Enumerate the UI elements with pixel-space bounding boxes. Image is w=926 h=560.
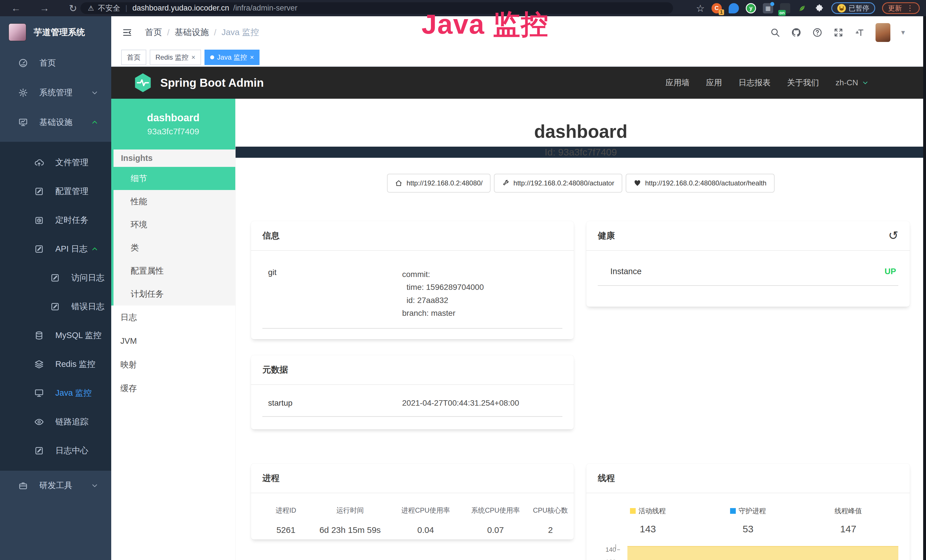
sidebar-item-home[interactable]: 首页	[0, 48, 111, 78]
breadcrumb-infra[interactable]: 基础设施	[174, 27, 209, 38]
sba-menu-classes[interactable]: 类	[113, 236, 235, 259]
sba-nav-wallboard[interactable]: 应用墙	[666, 77, 690, 88]
table-row: startup 2021-04-27T00:44:31.254+08:00	[262, 395, 562, 417]
app-logo	[9, 23, 26, 41]
health-url-button[interactable]: http://192.168.0.2:48080/actuator/health	[626, 174, 775, 192]
sidebar-item-label: MySQL 监控	[55, 330, 101, 341]
sba-menu-mappings[interactable]: 映射	[111, 353, 235, 377]
sidebar-item-error-log[interactable]: 错误日志	[0, 292, 111, 321]
font-size-icon[interactable]	[855, 27, 865, 38]
sidebar-item-label: 基础设施	[39, 117, 73, 128]
address-bar[interactable]: ⚠ 不安全 | dashboard.yudao.iocoder.cn/infra…	[80, 2, 673, 14]
extension-y-icon[interactable]: y	[746, 3, 756, 14]
sba-menu-configprops[interactable]: 配置属性	[113, 259, 235, 282]
sba-main: dashboard Id: 93a3fc7f7409 http://192.16…	[236, 99, 926, 560]
tab-redis-monitor[interactable]: Redis 监控 ×	[150, 50, 201, 65]
sba-menu-metrics[interactable]: 性能	[113, 190, 235, 213]
extension-colorzilla-icon[interactable]: C1	[711, 3, 722, 14]
sidebar-item-label: 研发工具	[39, 480, 73, 491]
metadata-card-title: 元数据	[262, 364, 288, 376]
user-menu-caret-icon[interactable]: ▾	[901, 28, 905, 37]
back-icon[interactable]: ←	[8, 3, 24, 14]
table-row: git commit: time: 1596289704000 id: 27aa…	[262, 261, 562, 328]
update-button[interactable]: 更新 ⋮	[882, 2, 920, 14]
health-card-body: Instance UP	[586, 251, 910, 296]
sidebar-item-file-manage[interactable]: 文件管理	[0, 148, 111, 177]
window-scrollbar[interactable]	[923, 16, 926, 560]
sidebar-item-log-center[interactable]: 日志中心	[0, 436, 111, 465]
sba-menu-logfile[interactable]: 日志	[111, 306, 235, 329]
threads-card: 线程 活动线程 守护进程 线程峰值 143 53 147 140 120 100	[586, 463, 910, 560]
sidebar-item-tracing[interactable]: 链路追踪	[0, 407, 111, 436]
sba-menu-scheduled-tasks[interactable]: 计划任务	[113, 282, 235, 306]
sba-menu-caches[interactable]: 缓存	[111, 377, 235, 400]
sidebar-item-api-log[interactable]: API 日志	[0, 235, 111, 263]
live-threads-area	[627, 546, 898, 560]
extensions-puzzle-icon[interactable]	[814, 3, 825, 14]
process-uptime: 6d 23h 15m 59s	[309, 525, 391, 535]
reload-icon[interactable]: ↻	[65, 3, 81, 14]
extension-pin-icon[interactable]	[729, 3, 739, 14]
sidebar-item-scheduled-jobs[interactable]: 定时任务	[0, 206, 111, 235]
sba-menu-environment[interactable]: 环境	[113, 213, 235, 236]
sba-nav-journal[interactable]: 日志报表	[738, 77, 770, 88]
browser-menu-icon[interactable]: ⋮	[906, 4, 914, 12]
sba-menu-jvm[interactable]: JVM	[111, 329, 235, 353]
sba-instance-header[interactable]: dashboard 93a3fc7f7409	[111, 99, 235, 150]
forward-icon[interactable]: →	[36, 3, 53, 14]
github-icon[interactable]	[791, 27, 801, 38]
sidebar-item-redis-monitor[interactable]: Redis 监控	[0, 350, 111, 378]
sidebar-item-label: 首页	[39, 58, 56, 69]
tab-java-monitor[interactable]: Java 监控 ×	[204, 50, 260, 65]
table-row[interactable]: Instance UP	[598, 261, 898, 286]
daemon-threads-value: 53	[698, 524, 798, 534]
sidebar-item-config-manage[interactable]: 配置管理	[0, 177, 111, 206]
sidebar-item-label: Java 监控	[55, 387, 92, 399]
process-card-title: 进程	[262, 472, 280, 484]
app-logo-row[interactable]: 芋道管理系统	[0, 16, 111, 48]
hamburger-icon[interactable]	[121, 28, 133, 37]
bookmark-star-icon[interactable]: ☆	[696, 3, 705, 14]
y-axis-line	[616, 544, 616, 549]
legend-swatch-yellow	[630, 508, 635, 514]
sba-menu-label: 性能	[131, 196, 147, 207]
sidebar-item-system[interactable]: 系统管理	[0, 78, 111, 107]
header-actions: ▾	[770, 23, 923, 42]
edit-doc-icon	[34, 186, 44, 196]
sba-locale-select[interactable]: zh-CN	[835, 78, 869, 87]
sba-menu-label: 环境	[131, 219, 147, 230]
fullscreen-icon[interactable]	[833, 27, 844, 38]
actuator-url-button[interactable]: http://192.168.0.2:48080/actuator	[494, 174, 622, 192]
database-icon	[34, 331, 44, 341]
column-header: 进程CPU使用率	[391, 506, 461, 515]
help-icon[interactable]	[812, 27, 823, 38]
avatar[interactable]	[876, 23, 890, 42]
close-icon[interactable]: ×	[191, 53, 195, 61]
extension-leaf-icon[interactable]	[797, 3, 807, 14]
sidebar-item-mysql-monitor[interactable]: MySQL 监控	[0, 321, 111, 350]
sidebar-item-devtools[interactable]: 研发工具	[0, 471, 111, 500]
sidebar-item-access-log[interactable]: 访问日志	[0, 263, 111, 292]
tab-home[interactable]: 首页	[121, 50, 146, 65]
breadcrumb-home[interactable]: 首页	[145, 27, 162, 38]
sba-brand-title[interactable]: Spring Boot Admin	[160, 76, 264, 89]
sba-menu-details[interactable]: 细节	[113, 167, 235, 190]
search-icon[interactable]	[770, 27, 780, 38]
dashboard-icon	[18, 58, 28, 68]
sba-logo-icon[interactable]	[133, 73, 152, 93]
close-icon[interactable]: ×	[250, 53, 254, 61]
sba-nav-about[interactable]: 关于我们	[787, 77, 819, 88]
sba-nav-applications[interactable]: 应用	[706, 77, 722, 88]
profile-paused-badge[interactable]: 已暂停	[831, 2, 875, 14]
extension-switch-icon[interactable]: on	[780, 3, 790, 14]
extension-grid-icon[interactable]: ▦	[763, 3, 773, 14]
breadcrumb-separator: /	[167, 28, 169, 37]
breadcrumb-current: Java 监控	[222, 27, 259, 38]
info-row-label: git	[268, 268, 402, 319]
not-secure-label[interactable]: 不安全	[98, 3, 120, 13]
sidebar-item-infra[interactable]: 基础设施	[0, 107, 111, 137]
url-path: /infra/admin-server	[233, 4, 297, 12]
sidebar-item-java-monitor[interactable]: Java 监控	[0, 378, 111, 407]
history-icon[interactable]: ↺	[888, 230, 898, 242]
service-url-button[interactable]: http://192.168.0.2:48080/	[387, 174, 490, 192]
